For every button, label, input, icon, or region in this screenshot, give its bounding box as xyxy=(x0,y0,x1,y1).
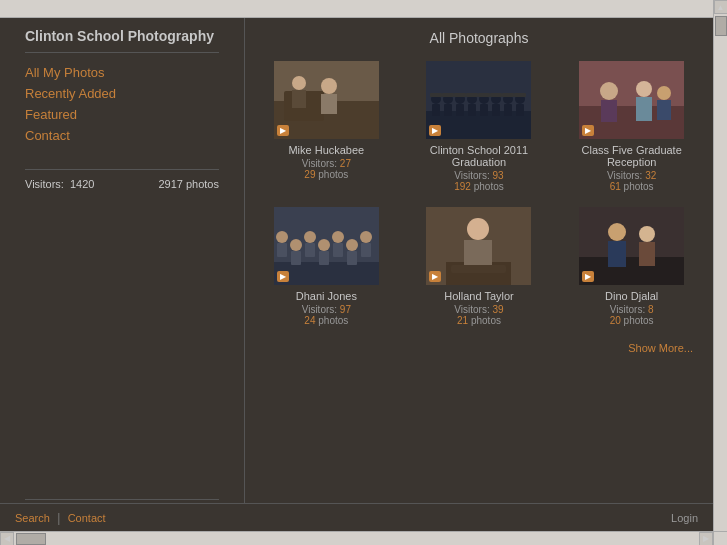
footer-links: Search | Contact xyxy=(15,511,106,525)
svg-point-3 xyxy=(321,78,337,94)
svg-rect-22 xyxy=(504,104,512,116)
photo-badge-dino-djalal: ▶ xyxy=(582,271,594,282)
svg-rect-27 xyxy=(454,93,466,97)
svg-rect-14 xyxy=(456,104,464,116)
photo-name-dhani-jones: Dhani Jones xyxy=(296,290,357,302)
scroll-up-arrow[interactable]: ▲ xyxy=(714,0,728,14)
photo-name-mike-huckabee: Mike Huckabee xyxy=(288,144,364,156)
photo-thumb-class-five-graduate[interactable]: ▶ xyxy=(579,61,684,139)
content-title: All Photographs xyxy=(260,30,698,46)
photo-badge-clinton-school-2011: ▶ xyxy=(429,125,441,136)
site-title: Clinton School Photography xyxy=(25,28,219,53)
photo-count-clinton-school-2011: 192 photos xyxy=(454,181,504,192)
photo-thumb-dino-djalal[interactable]: ▶ xyxy=(579,207,684,285)
footer-contact-link[interactable]: Contact xyxy=(68,512,106,524)
svg-point-45 xyxy=(290,239,302,251)
photo-count-holland-taylor: 21 photos xyxy=(457,315,501,326)
svg-rect-52 xyxy=(333,243,343,257)
photo-item-dino-djalal[interactable]: ▶Dino DjalalVisitors: 820 photos xyxy=(565,207,698,326)
svg-rect-12 xyxy=(444,104,452,116)
show-more-link[interactable]: Show More... xyxy=(628,342,693,354)
svg-rect-50 xyxy=(319,251,329,265)
svg-point-5 xyxy=(292,76,306,90)
svg-point-39 xyxy=(657,86,671,100)
scroll-thumb-horizontal[interactable] xyxy=(16,533,46,545)
svg-rect-46 xyxy=(291,251,301,265)
nav-menu: All My Photos Recently Added Featured Co… xyxy=(25,65,219,149)
scrollbar-vertical[interactable]: ▲ ▼ xyxy=(713,0,727,545)
nav-item-recently-added[interactable]: Recently Added xyxy=(25,86,219,101)
svg-point-47 xyxy=(304,231,316,243)
footer-search-link[interactable]: Search xyxy=(15,512,50,524)
svg-rect-25 xyxy=(430,93,442,97)
photo-badge-holland-taylor: ▶ xyxy=(429,271,441,282)
photo-thumb-clinton-school-2011[interactable]: ▶ xyxy=(426,61,531,139)
photo-count-dino-djalal: 20 photos xyxy=(610,315,654,326)
scroll-right-arrow[interactable]: ▶ xyxy=(699,532,713,546)
sidebar-divider xyxy=(25,169,219,170)
photo-count-class-five-graduate: 61 photos xyxy=(610,181,654,192)
svg-point-51 xyxy=(332,231,344,243)
nav-link-featured[interactable]: Featured xyxy=(25,107,77,122)
photo-name-clinton-school-2011: Clinton School 2011 Graduation xyxy=(413,144,546,168)
nav-item-contact[interactable]: Contact xyxy=(25,128,219,143)
sidebar: Clinton School Photography All My Photos… xyxy=(0,18,245,531)
scroll-left-arrow[interactable]: ◀ xyxy=(0,532,14,546)
photo-item-class-five-graduate[interactable]: ▶Class Five Graduate ReceptionVisitors: … xyxy=(565,61,698,192)
main-wrapper: Clinton School Photography All My Photos… xyxy=(0,18,713,531)
svg-rect-6 xyxy=(292,90,306,108)
photo-count-dhani-jones: 24 photos xyxy=(304,315,348,326)
sidebar-stats: Visitors: 1420 2917 photos xyxy=(25,178,219,190)
content-area: All Photographs ▶Mike HuckabeeVisitors: … xyxy=(245,18,713,531)
svg-rect-28 xyxy=(466,93,478,97)
visitors-label: Visitors: 1420 xyxy=(25,178,94,190)
svg-rect-40 xyxy=(657,100,671,120)
svg-rect-54 xyxy=(347,251,357,265)
photo-item-dhani-jones[interactable]: ▶Dhani JonesVisitors: 9724 photos xyxy=(260,207,393,326)
photo-name-class-five-graduate: Class Five Graduate Reception xyxy=(565,144,698,168)
svg-rect-63 xyxy=(579,257,684,285)
photo-badge-dhani-jones: ▶ xyxy=(277,271,289,282)
photo-item-clinton-school-2011[interactable]: ▶Clinton School 2011 GraduationVisitors:… xyxy=(413,61,546,192)
footer-login-link[interactable]: Login xyxy=(671,512,698,524)
photo-thumb-dhani-jones[interactable]: ▶ xyxy=(274,207,379,285)
photo-count-mike-huckabee: 29 photos xyxy=(304,169,348,180)
footer-login: Login xyxy=(671,511,698,525)
photo-grid: ▶Mike HuckabeeVisitors: 2729 photos ▶Cli… xyxy=(260,61,698,326)
photo-name-holland-taylor: Holland Taylor xyxy=(444,290,514,302)
photo-visitors-clinton-school-2011: Visitors: 93 xyxy=(454,170,503,181)
svg-point-49 xyxy=(318,239,330,251)
nav-item-all-photos[interactable]: All My Photos xyxy=(25,65,219,80)
scrollbar-horizontal[interactable]: ◀ ▶ xyxy=(0,531,713,545)
scrollbar-corner xyxy=(713,531,727,545)
svg-rect-29 xyxy=(478,93,490,97)
scroll-thumb-vertical[interactable] xyxy=(715,16,727,36)
photo-item-holland-taylor[interactable]: ▶Holland TaylorVisitors: 3921 photos xyxy=(413,207,546,326)
photo-visitors-holland-taylor: Visitors: 39 xyxy=(454,304,503,315)
svg-rect-20 xyxy=(492,104,500,116)
footer-separator: | xyxy=(57,511,60,525)
photo-item-mike-huckabee[interactable]: ▶Mike HuckabeeVisitors: 2729 photos xyxy=(260,61,393,192)
svg-rect-10 xyxy=(432,104,440,116)
svg-rect-18 xyxy=(480,104,488,116)
photo-thumb-holland-taylor[interactable]: ▶ xyxy=(426,207,531,285)
page-footer: Search | Contact Login xyxy=(0,503,713,531)
photo-thumb-mike-huckabee[interactable]: ▶ xyxy=(274,61,379,139)
nav-link-contact[interactable]: Contact xyxy=(25,128,70,143)
svg-point-55 xyxy=(360,231,372,243)
svg-point-64 xyxy=(608,223,626,241)
svg-rect-32 xyxy=(514,93,526,97)
svg-rect-38 xyxy=(636,97,652,121)
nav-link-recently-added[interactable]: Recently Added xyxy=(25,86,116,101)
svg-rect-42 xyxy=(274,262,379,285)
svg-rect-4 xyxy=(321,94,337,114)
svg-rect-36 xyxy=(601,100,617,122)
nav-link-all-photos[interactable]: All My Photos xyxy=(25,65,104,80)
visitors-count: 1420 xyxy=(70,178,94,190)
photo-visitors-dhani-jones: Visitors: 97 xyxy=(302,304,351,315)
photo-badge-mike-huckabee: ▶ xyxy=(277,125,289,136)
nav-item-featured[interactable]: Featured xyxy=(25,107,219,122)
svg-rect-26 xyxy=(442,93,454,97)
svg-point-59 xyxy=(467,218,489,240)
show-more-container[interactable]: Show More... xyxy=(260,341,698,355)
